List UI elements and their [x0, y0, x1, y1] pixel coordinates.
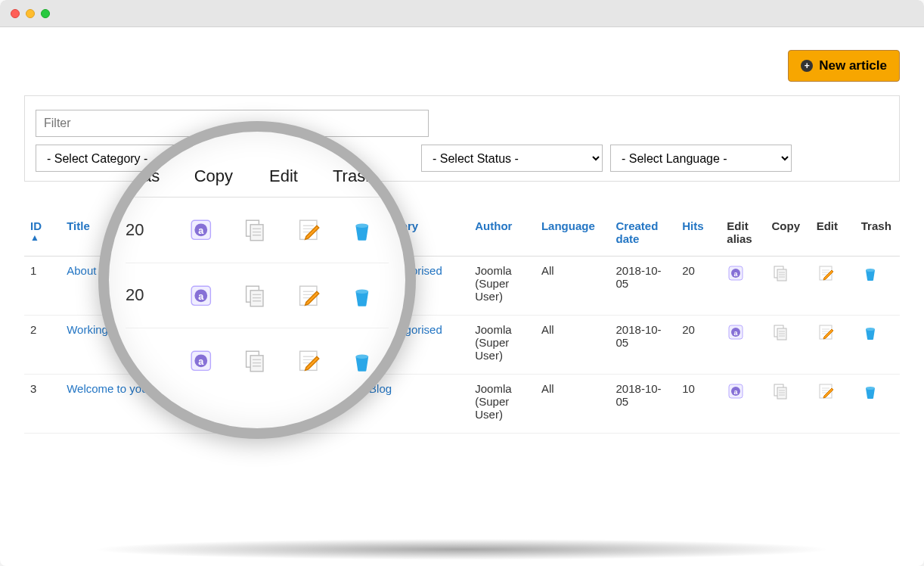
window-close-icon[interactable] — [11, 9, 20, 18]
trash-icon[interactable] — [335, 283, 389, 309]
lens-col-edit: Edit — [249, 166, 319, 186]
col-hits[interactable]: Hits — [676, 212, 721, 257]
select-language[interactable]: - Select Language - — [610, 145, 792, 172]
edit-alias-icon[interactable]: a — [174, 217, 228, 243]
edit-alias-icon[interactable]: a — [727, 264, 745, 282]
svg-rect-72 — [250, 356, 263, 372]
svg-text:a: a — [198, 225, 204, 236]
svg-point-41 — [866, 387, 875, 390]
copy-icon[interactable] — [228, 283, 281, 309]
lens-row: a — [126, 328, 389, 393]
lens-row: 20a — [126, 263, 389, 329]
edit-alias-icon[interactable]: a — [174, 348, 228, 374]
window-minimize-icon[interactable] — [26, 9, 35, 18]
lens-hits: 20 — [126, 285, 174, 305]
copy-icon[interactable] — [771, 382, 789, 400]
lens-row: 20a — [126, 197, 389, 263]
cell-created: 2018-10-05 — [610, 257, 677, 316]
cell-id: 3 — [24, 375, 60, 434]
col-created-date[interactable]: Created date — [610, 212, 677, 257]
cell-id: 2 — [24, 316, 60, 375]
edit-alias-icon[interactable]: a — [727, 323, 745, 341]
drop-shadow — [91, 539, 833, 560]
app-window: + New article - Select Category - - Sele… — [0, 0, 924, 566]
lens-col-copy: Copy — [178, 166, 249, 186]
svg-point-80 — [355, 355, 368, 359]
copy-icon[interactable] — [771, 264, 789, 282]
edit-icon[interactable] — [817, 323, 835, 341]
cell-author: Joomla (Super User) — [469, 257, 535, 316]
col-copy: Copy — [765, 212, 810, 257]
svg-point-25 — [866, 328, 875, 331]
col-author[interactable]: Author — [469, 212, 535, 257]
col-edit-alias: Edit alias — [721, 212, 765, 257]
window-maximize-icon[interactable] — [41, 9, 50, 18]
cell-author: Joomla (Super User) — [469, 316, 535, 375]
cell-language: All — [535, 257, 610, 316]
edit-alias-icon[interactable]: a — [174, 283, 228, 309]
magnifier-lens: Edit alias Copy Edit Trash 20a20aa — [98, 121, 416, 439]
cell-author: Joomla (Super User) — [469, 375, 535, 434]
col-id[interactable]: ID ▲ — [24, 212, 60, 257]
title-link[interactable]: About — [67, 264, 96, 277]
edit-alias-icon[interactable]: a — [727, 382, 745, 400]
plus-icon: + — [801, 60, 813, 72]
new-article-button[interactable]: + New article — [788, 50, 900, 82]
svg-text:a: a — [198, 291, 204, 302]
svg-rect-46 — [250, 225, 263, 241]
cell-category: Blog — [363, 375, 469, 434]
svg-rect-59 — [250, 290, 263, 306]
svg-point-67 — [355, 289, 368, 294]
titlebar — [0, 0, 924, 27]
cell-hits: 20 — [676, 257, 721, 316]
select-status[interactable]: - Select Status - — [421, 145, 603, 172]
edit-icon[interactable] — [281, 348, 335, 374]
svg-point-12 — [866, 269, 875, 272]
cell-hits: 10 — [676, 375, 721, 434]
trash-icon[interactable] — [335, 217, 389, 243]
cell-language: All — [535, 375, 610, 434]
svg-text:a: a — [198, 357, 204, 368]
edit-icon[interactable] — [817, 382, 835, 400]
cell-language: All — [535, 316, 610, 375]
trash-icon[interactable] — [861, 323, 879, 341]
cell-created: 2018-10-05 — [610, 375, 677, 434]
edit-icon[interactable] — [281, 283, 335, 309]
trash-icon[interactable] — [861, 382, 879, 400]
copy-icon[interactable] — [228, 348, 281, 374]
top-toolbar: + New article — [24, 50, 900, 82]
copy-icon[interactable] — [771, 323, 789, 341]
svg-point-54 — [355, 223, 368, 228]
copy-icon[interactable] — [228, 217, 281, 243]
sort-asc-icon: ▲ — [30, 232, 54, 243]
cell-id: 1 — [24, 257, 60, 316]
edit-icon[interactable] — [281, 217, 335, 243]
col-edit: Edit — [811, 212, 855, 257]
lens-hits: 20 — [126, 220, 174, 240]
new-article-label: New article — [819, 58, 887, 73]
col-language[interactable]: Language — [535, 212, 610, 257]
edit-icon[interactable] — [817, 264, 835, 282]
trash-icon[interactable] — [861, 264, 879, 282]
col-trash: Trash — [855, 212, 900, 257]
cell-hits: 20 — [676, 316, 721, 375]
trash-icon[interactable] — [335, 348, 389, 374]
cell-created: 2018-10-05 — [610, 316, 677, 375]
